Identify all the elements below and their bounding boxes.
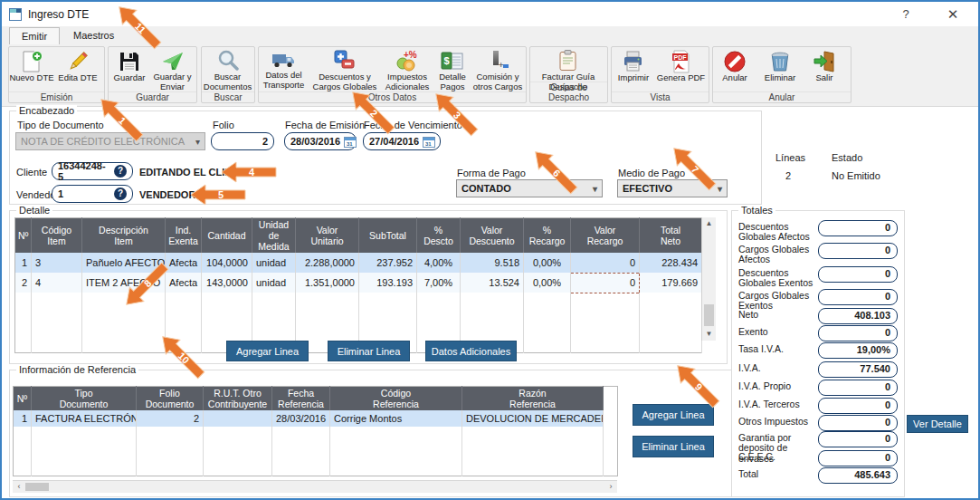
empty-cell xyxy=(272,427,330,443)
cell[interactable]: 104,0000 xyxy=(202,253,252,273)
tab-maestros[interactable]: Maestros xyxy=(62,27,126,44)
tab-emitir[interactable]: Emitir xyxy=(9,27,60,45)
total-value-descuentos-globales-exentos[interactable]: 0 xyxy=(818,266,898,283)
total-value-otros-impuestos[interactable]: 0 xyxy=(818,415,898,431)
ribbon-button-anular[interactable]: Anular xyxy=(713,47,756,90)
table-row[interactable]: 13Pañuelo AFECTOAfecta104,0000unidad2.28… xyxy=(15,253,702,273)
cell[interactable]: 2 xyxy=(137,410,204,427)
cell[interactable]: 13.524 xyxy=(461,273,524,293)
cell[interactable]: 1 xyxy=(14,410,32,427)
ribbon-button-descuentos-y-cargos-globales[interactable]: Descuentos y Cargos Globales xyxy=(309,47,381,90)
encabezado-group-label: Encabezado xyxy=(16,105,77,116)
ribbon-button-eliminar[interactable]: Eliminar xyxy=(756,47,804,90)
ribbon-button-buscar-documentos[interactable]: Buscar Documentos xyxy=(202,47,253,90)
fecha-vencimiento-input[interactable]: 27/04/2016 31 xyxy=(363,132,441,150)
cell[interactable]: 7,00% xyxy=(417,273,461,293)
table-row[interactable]: 24ITEM 2 AFECTOAfecta143,0000unidad1.351… xyxy=(15,273,702,293)
vendedor-input[interactable]: 1 ? xyxy=(52,185,133,203)
column-header: Código Item xyxy=(32,218,82,254)
help-lookup-icon[interactable]: ? xyxy=(114,188,127,200)
detalle-eliminar-linea-button[interactable]: Eliminar Linea xyxy=(328,341,410,361)
exit-icon xyxy=(813,47,836,73)
cell[interactable]: 1 xyxy=(15,253,32,273)
total-value-cargos-globales-exentos[interactable]: 0 xyxy=(818,289,898,305)
ribbon-button-nuevo-dte[interactable]: Nuevo DTE xyxy=(9,47,54,90)
total-value-i-v-a[interactable]: 77.540 xyxy=(818,361,898,378)
ver-detalle-button[interactable]: Ver Detalle xyxy=(907,415,968,433)
ribbon-button-detalle-pagos[interactable]: $Detalle Pagos xyxy=(433,47,471,90)
scroll-right-button[interactable]: › xyxy=(604,481,617,493)
fecha-emision-input[interactable]: 28/03/2016 31 xyxy=(284,132,357,150)
total-value-i-v-a-propio[interactable]: 0 xyxy=(818,380,898,396)
referencia-eliminar-linea-button[interactable]: Eliminar Linea xyxy=(633,436,714,457)
empty-cell xyxy=(204,459,272,476)
ribbon-button-label: Eliminar xyxy=(765,73,795,83)
cell[interactable]: 4 xyxy=(32,273,82,293)
cell[interactable]: Corrige Montos xyxy=(330,410,462,427)
ribbon-button-guardar-y-enviar[interactable]: Guardar y Enviar xyxy=(150,47,195,90)
cell[interactable]: 1.351,0000 xyxy=(296,273,359,293)
cell[interactable]: unidad xyxy=(252,273,296,293)
calendar-icon[interactable]: 31 xyxy=(423,136,435,148)
scrollbar-thumb[interactable] xyxy=(25,483,49,491)
scroll-left-button[interactable]: ‹ xyxy=(13,481,25,493)
tipo-documento-select[interactable]: NOTA DE CRÉDITO ELECTRÓNICA ▾ xyxy=(15,132,205,150)
datos-adicionales-button[interactable]: Datos Adicionales xyxy=(425,341,517,361)
ribbon-button-edita-dte[interactable]: Edita DTE xyxy=(54,47,101,90)
ribbon-button-label: Anular xyxy=(722,73,747,83)
cell[interactable]: 3 xyxy=(32,253,82,273)
empty-cell xyxy=(137,443,204,459)
ribbon-button-genera-pdf[interactable]: PDFGenera PDF xyxy=(655,47,707,90)
cell[interactable]: 4,00% xyxy=(417,253,461,273)
ribbon-button-datos-del-transporte[interactable]: Datos del Transporte xyxy=(259,47,309,90)
cliente-input[interactable]: 16344248-5 ? xyxy=(52,162,133,180)
close-button[interactable]: ✕ xyxy=(935,2,971,26)
scrollbar-thumb[interactable] xyxy=(704,304,714,326)
total-value-neto[interactable]: 408.103 xyxy=(818,308,898,324)
cell[interactable]: 179.669 xyxy=(640,273,702,293)
estado-label: Estado xyxy=(832,152,862,163)
ribbon-button-impuestos-adicionales[interactable]: +%Impuestos Adicionales xyxy=(381,47,433,90)
total-value-total[interactable]: 485.643 xyxy=(818,467,898,484)
table-row xyxy=(14,443,618,459)
table-row[interactable]: 1FACTURA ELECTRÓNICA228/03/2016Corrige M… xyxy=(14,410,618,427)
commission-icon: + xyxy=(486,47,509,72)
cell[interactable]: 0,00% xyxy=(524,273,571,293)
total-value-c-e-e-c[interactable]: 0 xyxy=(818,450,898,466)
cell[interactable] xyxy=(204,410,272,427)
help-button[interactable]: ? xyxy=(888,2,924,26)
help-lookup-icon[interactable]: ? xyxy=(114,165,127,178)
ribbon-button-guardar[interactable]: Guardar xyxy=(109,47,150,90)
table-row xyxy=(14,459,618,476)
cell[interactable]: 143,0000 xyxy=(202,273,252,293)
horizontal-scrollbar[interactable]: ‹ › xyxy=(13,480,617,493)
total-value-exento[interactable]: 0 xyxy=(818,325,898,341)
ribbon-button-comisi-n-y-otros-cargos[interactable]: +Comisión y otros Cargos xyxy=(471,47,524,90)
cell[interactable]: 0 xyxy=(571,273,640,293)
calendar-icon[interactable]: 31 xyxy=(344,136,357,148)
scroll-up-button[interactable]: ▲ xyxy=(702,217,716,230)
total-value-descuentos-globales-afectos[interactable]: 0 xyxy=(818,220,898,236)
total-value-garantia-por-deposito-de-envases[interactable]: 0 xyxy=(818,431,898,447)
cell[interactable]: 228.434 xyxy=(640,253,702,273)
detalle-agregar-linea-button[interactable]: Agregar Linea xyxy=(226,341,309,361)
cell[interactable]: unidad xyxy=(252,253,296,273)
ribbon-button-salir[interactable]: Salir xyxy=(804,47,845,90)
cell[interactable]: 2.288,0000 xyxy=(296,253,359,273)
cell[interactable]: FACTURA ELECTRÓNICA xyxy=(32,410,137,427)
cell[interactable]: 237.952 xyxy=(359,253,417,273)
cell[interactable]: 9.518 xyxy=(461,253,524,273)
cell[interactable]: 0 xyxy=(571,253,640,273)
cell[interactable]: 28/03/2016 xyxy=(272,410,330,427)
cell[interactable]: 193.193 xyxy=(359,273,417,293)
cell[interactable]: 0,00% xyxy=(524,253,571,273)
scroll-down-button[interactable]: ▼ xyxy=(702,328,716,341)
total-value-i-v-a-terceros[interactable]: 0 xyxy=(818,398,898,414)
vertical-scrollbar[interactable]: ▲ ▼ xyxy=(701,217,716,341)
ribbon-button-imprimir[interactable]: Imprimir xyxy=(612,47,655,90)
total-value-tasa-i-v-a[interactable]: 19,00% xyxy=(818,342,898,359)
cell[interactable]: DEVOLUCION DE MERCADERIA xyxy=(462,410,604,427)
folio-input[interactable]: 2 xyxy=(211,132,274,150)
total-value-cargos-globales-afectos[interactable]: 0 xyxy=(818,243,898,259)
cell[interactable]: 2 xyxy=(15,273,32,293)
